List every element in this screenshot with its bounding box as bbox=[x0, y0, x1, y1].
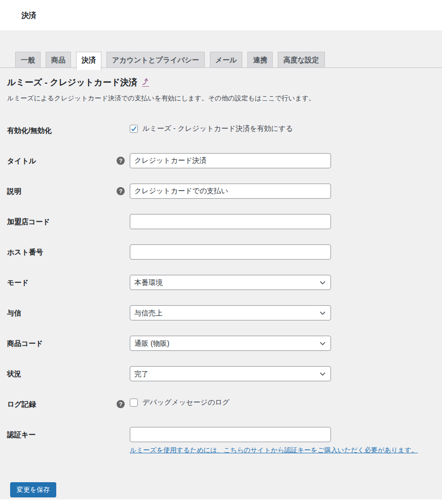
mode-select-wrap: 本番環境 bbox=[130, 275, 331, 290]
field-label-cell: 商品コード bbox=[7, 336, 130, 351]
product-code-label: 商品コード bbox=[7, 339, 43, 348]
section-title-row: ルミーズ - クレジットカード決済 bbox=[7, 77, 434, 88]
field-label-cell: 有効化/無効化 bbox=[7, 123, 130, 138]
top-header: 決済 bbox=[0, 0, 442, 30]
help-tip-icon[interactable]: ? bbox=[117, 157, 125, 165]
field-label-cell: 認証キー bbox=[7, 427, 130, 455]
form-row-auth-key: 認証キールミーズを使用するためには、こちらのサイトから認証キーをご購入いただく必… bbox=[7, 427, 434, 455]
save-changes-button[interactable]: 変更を保存 bbox=[10, 482, 56, 497]
logging-label: ログ記録 bbox=[7, 400, 36, 409]
tabbar-divider bbox=[0, 67, 442, 68]
tab-general[interactable]: 一般 bbox=[15, 52, 41, 67]
settings-tabs: 一般商品決済アカウントとプライバシーメール連携高度な設定 bbox=[0, 30, 442, 70]
payment-gateway-settings: ルミーズ - クレジットカード決済 ルミーズによるクレジットカード決済での支払い… bbox=[0, 77, 442, 497]
form-row-mode: モード本番環境 bbox=[7, 275, 434, 290]
form-row-authorization: 与信与信売上 bbox=[7, 305, 434, 320]
help-tip-icon[interactable]: ? bbox=[117, 187, 125, 195]
field-control-cell: 完了 bbox=[130, 366, 434, 381]
gateway-title: ルミーズ - クレジットカード決済 bbox=[7, 78, 137, 87]
field-control-cell: デバッグメッセージのログ bbox=[130, 397, 434, 412]
authorization-select-wrap: 与信売上 bbox=[130, 305, 331, 320]
status-select-wrap: 完了 bbox=[130, 366, 331, 381]
host-number-input[interactable] bbox=[130, 244, 331, 260]
field-control-cell: ルミーズを使用するためには、こちらのサイトから認証キーをご購入いただく必要があり… bbox=[130, 427, 434, 455]
product-code-select-wrap: 通販 (物販) bbox=[130, 336, 331, 351]
tab-integration[interactable]: 連携 bbox=[247, 52, 273, 67]
field-label-cell: 与信 bbox=[7, 305, 130, 320]
field-control-cell bbox=[130, 184, 434, 199]
tab-products[interactable]: 商品 bbox=[46, 52, 71, 67]
back-to-payments-link[interactable] bbox=[142, 78, 149, 87]
title-input[interactable] bbox=[130, 153, 331, 168]
description-label: 説明 bbox=[7, 187, 21, 196]
auth-key-input[interactable] bbox=[130, 427, 331, 442]
form-row-product-code: 商品コード通販 (物販) bbox=[7, 336, 434, 351]
field-label-cell: 加盟店コード bbox=[7, 214, 130, 229]
enable-checkbox[interactable] bbox=[130, 125, 138, 133]
logging-checkbox-label: デバッグメッセージのログ bbox=[142, 398, 230, 407]
auth-key-purchase-link[interactable]: ルミーズを使用するためには、こちらのサイトから認証キーをご購入いただく必要があり… bbox=[130, 446, 418, 455]
logging-checkbox[interactable] bbox=[130, 399, 138, 407]
settings-form: 有効化/無効化ルミーズ - クレジットカード決済を有効にするタイトル?説明?加盟… bbox=[7, 123, 434, 455]
authorization-select[interactable]: 与信売上 bbox=[130, 305, 331, 320]
field-control-cell: ルミーズ - クレジットカード決済を有効にする bbox=[130, 123, 434, 138]
host-number-label: ホスト番号 bbox=[7, 247, 43, 257]
field-label-cell: モード bbox=[7, 275, 130, 290]
description-input[interactable] bbox=[130, 184, 331, 199]
product-code-select[interactable]: 通販 (物販) bbox=[130, 336, 331, 351]
tab-payments[interactable]: 決済 bbox=[76, 52, 101, 70]
form-row-title: タイトル? bbox=[7, 153, 434, 168]
gateway-description: ルミーズによるクレジットカード決済での支払いを有効にします。その他の設定もはここ… bbox=[7, 94, 434, 102]
field-control-cell bbox=[130, 244, 434, 260]
form-row-description: 説明? bbox=[7, 184, 434, 199]
enable-checkbox-label: ルミーズ - クレジットカード決済を有効にする bbox=[142, 124, 293, 133]
curved-up-arrow-icon bbox=[142, 78, 149, 85]
field-control-cell: 本番環境 bbox=[130, 275, 434, 290]
mode-select[interactable]: 本番環境 bbox=[130, 275, 331, 290]
tab-accounts-privacy[interactable]: アカウントとプライバシー bbox=[106, 52, 205, 67]
form-row-host-number: ホスト番号 bbox=[7, 244, 434, 260]
field-control-cell: 与信売上 bbox=[130, 305, 434, 320]
form-row-status: 状況完了 bbox=[7, 366, 434, 381]
field-label-cell: 説明? bbox=[7, 184, 130, 199]
enable-checkbox-row: ルミーズ - クレジットカード決済を有効にする bbox=[130, 123, 434, 133]
status-select[interactable]: 完了 bbox=[130, 366, 331, 381]
form-row-logging: ログ記録?デバッグメッセージのログ bbox=[7, 397, 434, 412]
merchant-code-input[interactable] bbox=[130, 214, 331, 229]
authorization-label: 与信 bbox=[7, 308, 21, 317]
status-label: 状況 bbox=[7, 369, 21, 378]
auth-key-label: 認証キー bbox=[7, 430, 35, 439]
field-control-cell bbox=[130, 214, 434, 229]
title-label: タイトル bbox=[7, 156, 36, 165]
mode-label: モード bbox=[7, 278, 29, 287]
form-row-merchant-code: 加盟店コード bbox=[7, 214, 434, 229]
help-tip-icon[interactable]: ? bbox=[117, 400, 125, 408]
field-control-cell: 通販 (物販) bbox=[130, 336, 434, 351]
page-heading: 決済 bbox=[0, 0, 442, 20]
tab-advanced[interactable]: 高度な設定 bbox=[278, 52, 324, 67]
tab-emails[interactable]: メール bbox=[210, 52, 243, 67]
logging-checkbox-row: デバッグメッセージのログ bbox=[130, 397, 434, 407]
field-control-cell bbox=[130, 153, 434, 168]
field-label-cell: タイトル? bbox=[7, 153, 130, 168]
field-label-cell: 状況 bbox=[7, 366, 130, 381]
field-label-cell: ログ記録? bbox=[7, 397, 130, 412]
merchant-code-label: 加盟店コード bbox=[7, 217, 50, 226]
form-row-enable: 有効化/無効化ルミーズ - クレジットカード決済を有効にする bbox=[7, 123, 434, 138]
enable-label: 有効化/無効化 bbox=[7, 126, 52, 135]
settings-page: 一般商品決済アカウントとプライバシーメール連携高度な設定 ルミーズ - クレジッ… bbox=[0, 30, 442, 499]
field-label-cell: ホスト番号 bbox=[7, 244, 130, 260]
